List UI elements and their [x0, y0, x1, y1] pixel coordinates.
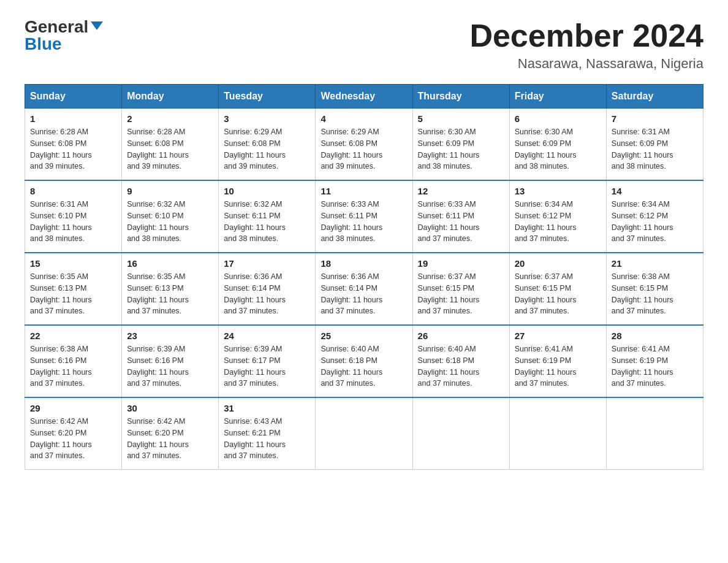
table-row: 8Sunrise: 6:31 AMSunset: 6:10 PMDaylight… [25, 180, 122, 253]
table-row: 31Sunrise: 6:43 AMSunset: 6:21 PMDayligh… [219, 397, 316, 470]
header-wednesday: Wednesday [316, 85, 412, 109]
day-number: 10 [224, 186, 310, 196]
table-row: 13Sunrise: 6:34 AMSunset: 6:12 PMDayligh… [509, 180, 606, 253]
day-info: Sunrise: 6:35 AMSunset: 6:13 PMDaylight:… [127, 271, 213, 317]
month-title: December 2024 [469, 18, 703, 53]
logo-triangle-icon [91, 21, 103, 30]
day-info: Sunrise: 6:30 AMSunset: 6:09 PMDaylight:… [515, 126, 601, 172]
table-row: 25Sunrise: 6:40 AMSunset: 6:18 PMDayligh… [316, 325, 412, 397]
header-saturday: Saturday [606, 85, 703, 109]
day-info: Sunrise: 6:33 AMSunset: 6:11 PMDaylight:… [418, 199, 504, 245]
day-info: Sunrise: 6:39 AMSunset: 6:17 PMDaylight:… [224, 343, 310, 389]
table-row: 17Sunrise: 6:36 AMSunset: 6:14 PMDayligh… [219, 253, 316, 325]
table-row: 30Sunrise: 6:42 AMSunset: 6:20 PMDayligh… [122, 397, 219, 470]
table-row: 18Sunrise: 6:36 AMSunset: 6:14 PMDayligh… [316, 253, 412, 325]
day-number: 28 [612, 331, 698, 341]
day-info: Sunrise: 6:29 AMSunset: 6:08 PMDaylight:… [224, 126, 310, 172]
table-row: 2Sunrise: 6:28 AMSunset: 6:08 PMDaylight… [122, 109, 219, 181]
day-info: Sunrise: 6:36 AMSunset: 6:14 PMDaylight:… [320, 271, 407, 317]
day-number: 12 [418, 186, 504, 196]
day-number: 11 [320, 186, 407, 196]
day-info: Sunrise: 6:42 AMSunset: 6:20 PMDaylight:… [127, 416, 213, 462]
day-info: Sunrise: 6:34 AMSunset: 6:12 PMDaylight:… [515, 199, 601, 245]
header-sunday: Sunday [25, 85, 122, 109]
day-info: Sunrise: 6:37 AMSunset: 6:15 PMDaylight:… [515, 271, 601, 317]
day-number: 13 [515, 186, 601, 196]
day-info: Sunrise: 6:33 AMSunset: 6:11 PMDaylight:… [320, 199, 407, 245]
day-number: 2 [127, 113, 213, 124]
day-number: 1 [30, 113, 116, 124]
table-row: 5Sunrise: 6:30 AMSunset: 6:09 PMDaylight… [412, 109, 509, 181]
day-info: Sunrise: 6:38 AMSunset: 6:15 PMDaylight:… [612, 271, 698, 317]
day-number: 9 [127, 186, 213, 196]
table-row: 14Sunrise: 6:34 AMSunset: 6:12 PMDayligh… [606, 180, 703, 253]
day-info: Sunrise: 6:40 AMSunset: 6:18 PMDaylight:… [320, 343, 407, 389]
day-info: Sunrise: 6:36 AMSunset: 6:14 PMDaylight:… [224, 271, 310, 317]
day-info: Sunrise: 6:29 AMSunset: 6:08 PMDaylight:… [320, 126, 407, 172]
day-number: 16 [127, 258, 213, 269]
day-info: Sunrise: 6:42 AMSunset: 6:20 PMDaylight:… [30, 416, 116, 462]
header-thursday: Thursday [412, 85, 509, 109]
table-row: 21Sunrise: 6:38 AMSunset: 6:15 PMDayligh… [606, 253, 703, 325]
table-row: 26Sunrise: 6:40 AMSunset: 6:18 PMDayligh… [412, 325, 509, 397]
day-number: 23 [127, 331, 213, 341]
table-row: 24Sunrise: 6:39 AMSunset: 6:17 PMDayligh… [219, 325, 316, 397]
day-info: Sunrise: 6:37 AMSunset: 6:15 PMDaylight:… [418, 271, 504, 317]
calendar-body: 1Sunrise: 6:28 AMSunset: 6:08 PMDaylight… [25, 109, 703, 470]
logo-blue-text: Blue [25, 36, 62, 53]
table-row: 9Sunrise: 6:32 AMSunset: 6:10 PMDaylight… [122, 180, 219, 253]
title-block: December 2024 Nasarawa, Nassarawa, Niger… [469, 18, 703, 72]
day-info: Sunrise: 6:39 AMSunset: 6:16 PMDaylight:… [127, 343, 213, 389]
header-tuesday: Tuesday [219, 85, 316, 109]
day-number: 6 [515, 113, 601, 124]
day-info: Sunrise: 6:43 AMSunset: 6:21 PMDaylight:… [224, 416, 310, 462]
location-subtitle: Nasarawa, Nassarawa, Nigeria [469, 56, 703, 72]
table-row [316, 397, 412, 470]
table-row [606, 397, 703, 470]
day-info: Sunrise: 6:41 AMSunset: 6:19 PMDaylight:… [612, 343, 698, 389]
day-info: Sunrise: 6:32 AMSunset: 6:10 PMDaylight:… [127, 199, 213, 245]
calendar-table: Sunday Monday Tuesday Wednesday Thursday… [25, 84, 703, 470]
day-number: 5 [418, 113, 504, 124]
day-info: Sunrise: 6:28 AMSunset: 6:08 PMDaylight:… [127, 126, 213, 172]
table-row: 11Sunrise: 6:33 AMSunset: 6:11 PMDayligh… [316, 180, 412, 253]
day-info: Sunrise: 6:34 AMSunset: 6:12 PMDaylight:… [612, 199, 698, 245]
table-row: 28Sunrise: 6:41 AMSunset: 6:19 PMDayligh… [606, 325, 703, 397]
day-number: 29 [30, 403, 116, 413]
table-row: 22Sunrise: 6:38 AMSunset: 6:16 PMDayligh… [25, 325, 122, 397]
day-number: 8 [30, 186, 116, 196]
day-number: 26 [418, 331, 504, 341]
day-info: Sunrise: 6:41 AMSunset: 6:19 PMDaylight:… [515, 343, 601, 389]
day-number: 30 [127, 403, 213, 413]
day-number: 15 [30, 258, 116, 269]
table-row: 12Sunrise: 6:33 AMSunset: 6:11 PMDayligh… [412, 180, 509, 253]
table-row: 27Sunrise: 6:41 AMSunset: 6:19 PMDayligh… [509, 325, 606, 397]
day-number: 20 [515, 258, 601, 269]
header-monday: Monday [122, 85, 219, 109]
logo: General Blue [25, 18, 103, 53]
day-number: 18 [320, 258, 407, 269]
header-friday: Friday [509, 85, 606, 109]
table-row: 19Sunrise: 6:37 AMSunset: 6:15 PMDayligh… [412, 253, 509, 325]
day-number: 7 [612, 113, 698, 124]
table-row: 10Sunrise: 6:32 AMSunset: 6:11 PMDayligh… [219, 180, 316, 253]
table-row: 20Sunrise: 6:37 AMSunset: 6:15 PMDayligh… [509, 253, 606, 325]
day-number: 21 [612, 258, 698, 269]
day-info: Sunrise: 6:40 AMSunset: 6:18 PMDaylight:… [418, 343, 504, 389]
table-row: 1Sunrise: 6:28 AMSunset: 6:08 PMDaylight… [25, 109, 122, 181]
day-number: 31 [224, 403, 310, 413]
table-row: 4Sunrise: 6:29 AMSunset: 6:08 PMDaylight… [316, 109, 412, 181]
table-row: 15Sunrise: 6:35 AMSunset: 6:13 PMDayligh… [25, 253, 122, 325]
day-number: 19 [418, 258, 504, 269]
calendar-header: Sunday Monday Tuesday Wednesday Thursday… [25, 85, 703, 109]
day-info: Sunrise: 6:35 AMSunset: 6:13 PMDaylight:… [30, 271, 116, 317]
day-number: 22 [30, 331, 116, 341]
day-number: 27 [515, 331, 601, 341]
logo-general-text: General [25, 18, 88, 36]
day-info: Sunrise: 6:32 AMSunset: 6:11 PMDaylight:… [224, 199, 310, 245]
table-row [509, 397, 606, 470]
page-header: General Blue December 2024 Nasarawa, Nas… [25, 18, 703, 72]
table-row [412, 397, 509, 470]
day-number: 4 [320, 113, 407, 124]
day-info: Sunrise: 6:31 AMSunset: 6:09 PMDaylight:… [612, 126, 698, 172]
